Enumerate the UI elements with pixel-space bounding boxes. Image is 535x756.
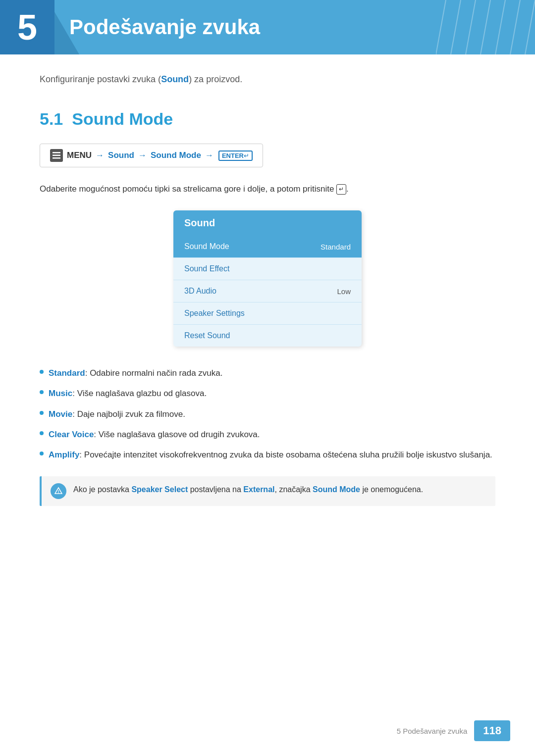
sound-bold-label: Sound [161, 74, 189, 84]
path-arrow-3: → [205, 151, 214, 160]
menu-item-reset-sound: Reset Sound [173, 325, 362, 347]
sound-mode-label: Sound Mode [313, 485, 360, 494]
svg-line-0 [436, 0, 446, 54]
bullet-dot [40, 370, 44, 374]
footer-chapter-text: 5 Podešavanje zvuka [397, 727, 468, 735]
page-number: 118 [474, 720, 510, 741]
list-item: Standard: Odabire normalni način rada zv… [40, 366, 495, 380]
menu-item-speaker-settings: Speaker Settings [173, 302, 362, 325]
svg-line-1 [451, 0, 461, 54]
page-header: 5 Podešavanje zvuka [0, 0, 535, 54]
svg-line-6 [525, 0, 535, 54]
svg-text:!: ! [58, 489, 59, 494]
note-text: Ako je postavka Speaker Select postavlje… [73, 483, 423, 496]
speaker-select-label: Speaker Select [131, 485, 188, 494]
bullet-dot [40, 411, 44, 415]
menu-label: MENU [67, 151, 92, 160]
menu-path-bar: MENU → Sound → Sound Mode → ENTER↵ [40, 144, 263, 167]
section-number: 5.1 [40, 109, 63, 129]
note-icon: ! [51, 483, 66, 499]
chapter-number-box: 5 [0, 0, 54, 54]
svg-line-2 [466, 0, 476, 54]
bullet-dot [40, 452, 44, 455]
list-item: Movie: Daje najbolji zvuk za filmove. [40, 407, 495, 421]
external-label: External [243, 485, 274, 494]
bullet-list: Standard: Odabire normalni način rada zv… [40, 366, 495, 461]
svg-rect-7 [53, 152, 60, 153]
chapter-title: Podešavanje zvuka [69, 15, 260, 39]
menu-ui-header: Sound [173, 210, 362, 236]
instruction-text: Odaberite mogućnost pomoću tipki sa stre… [40, 182, 495, 196]
chapter-number: 5 [17, 9, 37, 45]
main-content: Konfiguriranje postavki zvuka (Sound) za… [0, 54, 535, 546]
sound-menu-ui: Sound Sound ModeStandardSound Effect3D A… [173, 210, 362, 347]
svg-line-3 [481, 0, 490, 54]
list-item: Clear Voice: Više naglašava glasove od d… [40, 428, 495, 441]
enter-icon: ENTER↵ [218, 151, 253, 161]
note-box: ! Ako je postavka Speaker Select postavl… [40, 476, 495, 506]
path-sound: Sound [108, 151, 134, 160]
list-item: Music: Više naglašava glazbu od glasova. [40, 387, 495, 400]
menu-item-3d-audio: 3D AudioLow [173, 280, 362, 302]
section-title-text: Sound Mode [72, 109, 173, 129]
chapter-subtitle: Konfiguriranje postavki zvuka (Sound) za… [40, 74, 495, 85]
path-arrow-1: → [96, 151, 104, 160]
bullet-dot [40, 390, 44, 394]
menu-item-sound-effect: Sound Effect [173, 258, 362, 280]
path-sound-mode: Sound Mode [151, 151, 201, 160]
path-arrow-2: → [138, 151, 147, 160]
enter-icon-inline: ↵ [336, 184, 346, 195]
menu-item-sound-mode: Sound ModeStandard [173, 236, 362, 258]
svg-rect-9 [53, 157, 60, 159]
svg-line-5 [510, 0, 520, 54]
svg-line-4 [495, 0, 505, 54]
menu-icon [50, 149, 63, 162]
list-item: Amplify: Povećajte intenzitet visokofrek… [40, 448, 495, 461]
svg-rect-8 [53, 155, 60, 156]
page-footer: 5 Podešavanje zvuka 118 [397, 720, 510, 741]
section-title: 5.1 Sound Mode [40, 109, 495, 129]
bullet-dot [40, 431, 44, 435]
